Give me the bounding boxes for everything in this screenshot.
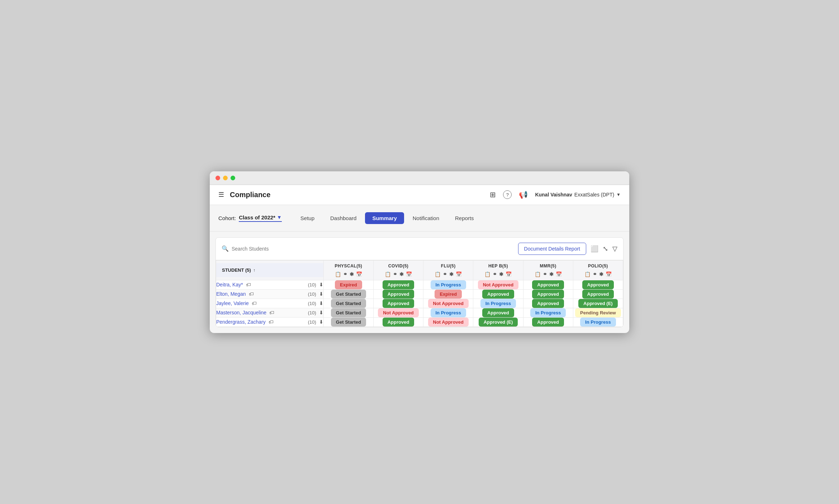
status-cell[interactable]: Approved [573,289,623,299]
close-button[interactable] [215,176,220,180]
status-cell[interactable]: Approved [523,280,573,289]
status-badge[interactable]: Not Approved [478,280,518,289]
status-cell[interactable]: Not Approved [423,317,473,327]
status-badge[interactable]: Approved [383,299,414,308]
hamburger-icon[interactable]: ☰ [218,191,224,199]
student-download-icon[interactable]: ⬇ [319,319,323,325]
maximize-button[interactable] [231,176,235,180]
status-badge[interactable]: Get Started [331,290,366,299]
announcement-icon[interactable]: 📢 [519,190,528,199]
tab-notification[interactable]: Notification [406,212,446,224]
student-download-icon[interactable]: ⬇ [319,291,323,297]
status-cell[interactable]: Approved [373,289,423,299]
status-cell[interactable]: Approved (E) [473,317,523,327]
status-badge[interactable]: In Progress [530,308,566,317]
status-cell[interactable]: Get Started [323,299,373,308]
physcal-calendar-icon[interactable]: 📅 [356,271,362,277]
mmr-asterisk-icon[interactable]: ✱ [549,271,554,277]
flu-asterisk-icon[interactable]: ✱ [449,271,454,277]
mmr-calendar-icon[interactable]: 📅 [556,271,562,277]
status-cell[interactable]: Get Started [323,308,373,317]
status-badge[interactable]: Get Started [331,299,366,308]
student-name[interactable]: Pendergrass, Zachary [216,319,266,325]
status-badge[interactable]: In Progress [580,318,616,327]
hep-b-asterisk-icon[interactable]: ✱ [499,271,503,277]
status-badge[interactable]: Approved [383,280,414,289]
help-icon[interactable]: ? [503,190,512,199]
status-cell[interactable]: Approved [473,289,523,299]
status-cell[interactable]: In Progress [573,317,623,327]
status-cell[interactable]: Get Started [323,317,373,327]
covid-calendar-icon[interactable]: 📅 [406,271,412,277]
student-name[interactable]: Masterson, Jacqueline [216,310,266,315]
status-badge[interactable]: Approved [532,318,564,327]
physcal-doc-icon[interactable]: 📋 [335,271,341,277]
status-badge[interactable]: Not Approved [378,308,418,317]
student-tag-icon[interactable]: 🏷 [246,282,251,287]
status-cell[interactable]: In Progress [523,308,573,317]
status-cell[interactable]: In Progress [423,308,473,317]
cohort-dropdown[interactable]: Class of 2022* ▼ [239,214,282,222]
status-cell[interactable]: Approved [373,317,423,327]
status-badge[interactable]: In Progress [431,280,466,289]
physcal-asterisk-icon[interactable]: ✱ [350,271,354,277]
student-tag-icon[interactable]: 🏷 [269,319,274,325]
fullscreen-icon[interactable]: ⤡ [603,245,608,253]
tab-reports[interactable]: Reports [448,212,481,224]
student-name[interactable]: Jaylee, Valerie [216,300,249,306]
student-tag-icon[interactable]: 🏷 [249,291,254,297]
status-cell[interactable]: Approved (E) [573,299,623,308]
status-badge[interactable]: Approved [582,280,614,289]
student-tag-icon[interactable]: 🏷 [269,310,274,315]
status-badge[interactable]: Approved [383,290,414,299]
student-name[interactable]: Elton, Megan [216,291,246,297]
minimize-button[interactable] [223,176,228,180]
status-badge[interactable]: Approved [532,299,564,308]
status-cell[interactable]: In Progress [423,280,473,289]
status-cell[interactable]: Approved [523,289,573,299]
covid-asterisk-icon[interactable]: ✱ [399,271,404,277]
status-cell[interactable]: In Progress [473,299,523,308]
status-badge[interactable]: In Progress [431,308,466,317]
status-cell[interactable]: Approved [373,280,423,289]
status-badge[interactable]: Approved [482,290,514,299]
status-badge[interactable]: Get Started [331,308,366,317]
covid-doc-icon[interactable]: 📋 [385,271,391,277]
status-badge[interactable]: Expired [435,290,462,299]
status-cell[interactable]: Approved [573,280,623,289]
status-badge[interactable]: Approved [532,290,564,299]
status-cell[interactable]: Not Approved [423,299,473,308]
status-cell[interactable]: Get Started [323,289,373,299]
status-cell[interactable]: Approved [373,299,423,308]
user-menu-chevron[interactable]: ▼ [616,192,621,197]
status-badge[interactable]: Approved [482,308,514,317]
polio-calendar-icon[interactable]: 📅 [606,271,612,277]
covid-share-icon[interactable]: ⚭ [393,271,397,277]
student-download-icon[interactable]: ⬇ [319,310,323,315]
flu-calendar-icon[interactable]: 📅 [456,271,462,277]
status-badge[interactable]: Get Started [331,318,366,327]
status-cell[interactable]: Not Approved [473,280,523,289]
student-download-icon[interactable]: ⬇ [319,300,323,306]
polio-asterisk-icon[interactable]: ✱ [599,271,603,277]
student-tag-icon[interactable]: 🏷 [252,300,257,306]
status-badge[interactable]: Approved (E) [479,318,518,327]
hep-b-share-icon[interactable]: ⚭ [493,271,497,277]
filter-icon[interactable]: ▽ [612,245,617,253]
status-badge[interactable]: Approved [582,290,614,299]
hep-b-calendar-icon[interactable]: 📅 [506,271,512,277]
search-input[interactable] [232,246,322,252]
document-details-report-button[interactable]: Document Details Report [518,243,586,255]
grid-icon[interactable]: ⊞ [490,190,496,199]
student-download-icon[interactable]: ⬇ [319,282,323,287]
status-badge[interactable]: Approved (E) [578,299,618,308]
status-cell[interactable]: Approved [523,299,573,308]
status-badge[interactable]: Approved [383,318,414,327]
polio-share-icon[interactable]: ⚭ [593,271,597,277]
mmr-doc-icon[interactable]: 📋 [535,271,541,277]
student-name[interactable]: Deitra, Kay* [216,282,243,287]
polio-doc-icon[interactable]: 📋 [584,271,591,277]
status-badge[interactable]: Not Approved [428,318,469,327]
status-badge[interactable]: Pending Review [575,308,621,317]
export-icon[interactable]: ⬜ [591,245,598,253]
